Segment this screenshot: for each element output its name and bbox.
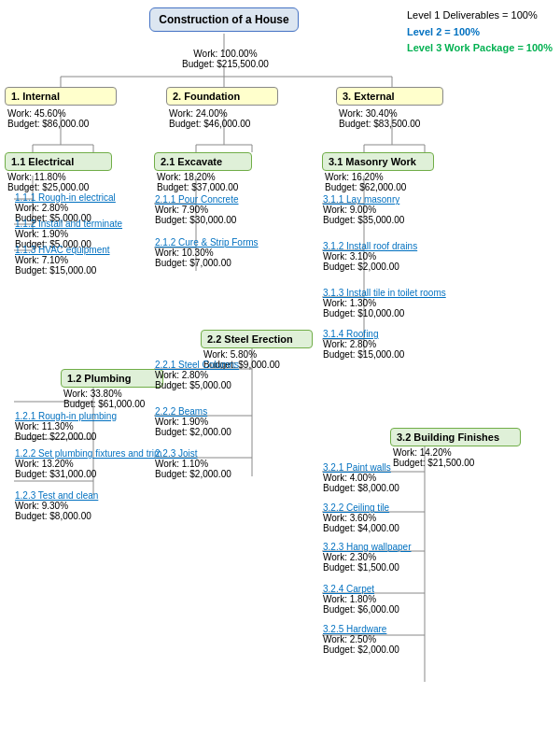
- l3-3-1-2: 3.1.2 Install roof drains Work: 3.10% Bu…: [323, 241, 417, 272]
- l1-internal: 1. Internal: [5, 87, 117, 106]
- l2-excavate: 2.1 Excavate: [154, 152, 252, 171]
- legend-l1: Level 1 Deliverables = 100%: [407, 7, 553, 24]
- l2-electrical-stats: Work: 11.80% Budget: $25,000.00: [7, 172, 89, 192]
- l1-foundation-stats: Work: 24.00% Budget: $46,000.00: [169, 108, 250, 129]
- l1-external-stats: Work: 30.40% Budget: $83,500.00: [339, 108, 420, 129]
- l3-3-2-2: 3.2.2 Ceiling tile Work: 3.60% Budget: $…: [323, 502, 399, 533]
- l2-finishes-stats: Work: 14.20% Budget: $21,500.00: [393, 447, 474, 468]
- l3-1-2-3: 1.2.3 Test and clean Work: 9.30% Budget:…: [15, 490, 98, 521]
- l2-electrical: 1.1 Electrical: [5, 152, 112, 171]
- l3-3-1-4: 3.1.4 Roofing Work: 2.80% Budget: $15,00…: [323, 329, 404, 360]
- l3-1-2-1: 1.2.1 Rough-in plumbing Work: 11.30% Bud…: [15, 411, 117, 442]
- l2-plumbing-stats: Work: 33.80% Budget: $61,000.00: [63, 389, 145, 409]
- legend-l3: Level 3 Work Package = 100%: [407, 40, 553, 57]
- l1-internal-stats: Work: 45.60% Budget: $86,000.00: [7, 108, 89, 129]
- l3-1-1-3: 1.1.3 HVAC equipment Work: 7.10% Budget:…: [15, 245, 110, 276]
- l3-3-2-5: 3.2.5 Hardware Work: 2.50% Budget: $2,00…: [323, 624, 399, 655]
- l3-2-1-2: 2.1.2 Cure & Strip Forms Work: 10.30% Bu…: [155, 237, 259, 268]
- legend: Level 1 Deliverables = 100% Level 2 = 10…: [407, 7, 553, 57]
- root-title: Construction of a House: [149, 7, 299, 32]
- legend-l2: Level 2 = 100%: [407, 24, 553, 41]
- l3-3-1-3: 3.1.3 Install tile in toilet rooms Work:…: [323, 288, 446, 318]
- l2-excavate-stats: Work: 18.20% Budget: $37,000.00: [157, 172, 238, 192]
- l2-finishes: 3.2 Building Finishes: [390, 428, 521, 446]
- l3-2-2-2: 2.2.2 Beams Work: 1.90% Budget: $2,000.0…: [155, 406, 231, 437]
- l3-1-2-2: 1.2.2 Set plumbing fixtures and trim Wor…: [15, 448, 161, 479]
- root-stats: Work: 100.00% Budget: $215,500.00: [182, 49, 269, 69]
- l2-masonry-stats: Work: 16.20% Budget: $62,000.00: [325, 172, 406, 192]
- l3-2-2-3: 2.2.3 Joist Work: 1.10% Budget: $2,000.0…: [155, 448, 231, 479]
- l2-plumbing: 1.2 Plumbing: [61, 369, 163, 388]
- l3-3-2-1: 3.2.1 Paint walls Work: 4.00% Budget: $8…: [323, 462, 399, 493]
- l1-external: 3. External: [336, 87, 443, 106]
- l3-2-2-1: 2.2.1 Steel Columns Work: 2.80% Budget: …: [155, 360, 239, 390]
- l2-masonry: 3.1 Masonry Work: [322, 152, 434, 171]
- l3-2-1-1: 2.1.1 Pour Concrete Work: 7.90% Budget: …: [155, 194, 239, 225]
- l3-3-1-1: 3.1.1 Lay masonry Work: 9.00% Budget: $3…: [323, 194, 404, 225]
- l2-steel: 2.2 Steel Erection: [201, 330, 313, 348]
- l3-3-2-3: 3.2.3 Hang wallpaper Work: 2.30% Budget:…: [323, 542, 412, 573]
- l1-foundation: 2. Foundation: [166, 87, 278, 106]
- l3-3-2-4: 3.2.4 Carpet Work: 1.80% Budget: $6,000.…: [323, 584, 399, 615]
